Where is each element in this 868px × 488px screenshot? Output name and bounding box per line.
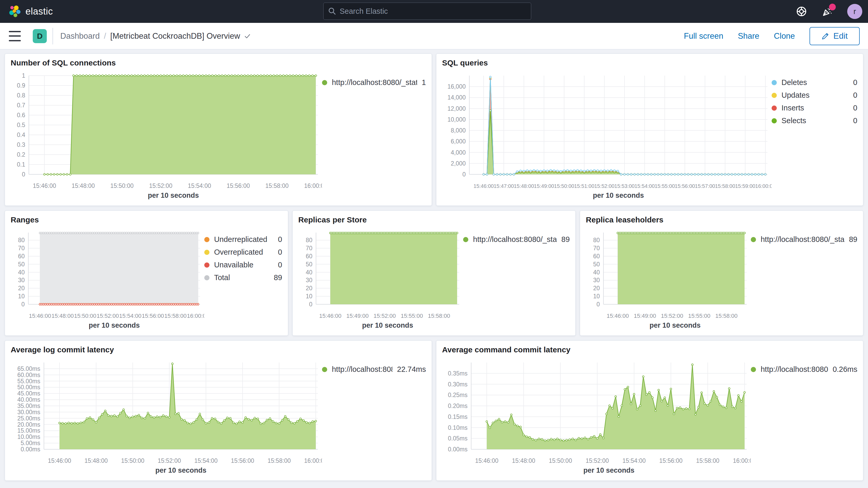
svg-text:15:50:00: 15:50:00 (74, 313, 96, 319)
svg-text:16:00:00: 16:00:00 (755, 183, 772, 189)
svg-text:15:54:00: 15:54:00 (634, 183, 655, 189)
chart-legend: http://localhost:8080/_stat...1 (322, 70, 426, 204)
legend-dot (463, 237, 468, 242)
svg-text:60: 60 (593, 253, 600, 260)
svg-text:0.7: 0.7 (17, 102, 25, 109)
page-title[interactable]: [Metricbeat CockroachDB] Overview (110, 31, 251, 41)
legend-item[interactable]: Underreplicated0 (204, 235, 282, 244)
legend-label: Inserts (781, 104, 804, 112)
svg-text:15:58:00: 15:58:00 (715, 313, 738, 319)
svg-text:15:52:00: 15:52:00 (97, 313, 119, 319)
svg-text:per 10 seconds: per 10 seconds (593, 191, 644, 199)
panel-title: Average command commit latency (442, 345, 857, 357)
svg-text:40.00ms: 40.00ms (18, 396, 40, 403)
svg-text:15:58:00: 15:58:00 (428, 313, 450, 319)
panel-number-of-sql-connections: Number of SQL connections 10.90.80.70.60… (5, 54, 432, 206)
legend-item[interactable]: Updates0 (772, 91, 857, 99)
svg-text:50: 50 (18, 261, 25, 268)
help-button[interactable] (795, 5, 808, 18)
legend-item[interactable]: Deletes0 (772, 78, 857, 87)
legend-value: 89 (274, 273, 282, 282)
svg-text:0.25ms: 0.25ms (448, 392, 467, 398)
elastic-brand[interactable]: elastic (8, 5, 53, 18)
chart-canvas: 16,00014,00012,00010,0008,0006,0004,0002… (442, 70, 772, 204)
svg-text:0: 0 (22, 171, 25, 178)
legend-dot (204, 250, 210, 255)
svg-text:15:56:00: 15:56:00 (142, 313, 164, 319)
legend-value: 1 (422, 78, 426, 87)
breadcrumb-dashboard-link[interactable]: Dashboard (60, 31, 100, 41)
panel-title: Ranges (11, 215, 282, 227)
svg-text:15:56:00: 15:56:00 (659, 457, 683, 464)
svg-text:per 10 seconds: per 10 seconds (148, 191, 199, 199)
chart-canvas: 10.90.80.70.60.50.40.30.20.1015:46:0015:… (11, 70, 322, 204)
legend-item[interactable]: Unavailable0 (204, 261, 282, 269)
global-search[interactable] (323, 3, 531, 20)
legend-dot (772, 80, 777, 85)
svg-text:15:50:00: 15:50:00 (554, 183, 574, 189)
svg-text:15:49:00: 15:49:00 (346, 313, 369, 319)
share-button[interactable]: Share (738, 31, 760, 41)
svg-text:0.30ms: 0.30ms (448, 381, 467, 388)
chart-legend: Deletes0Updates0Inserts0Selects0 (772, 70, 857, 204)
svg-text:16,000: 16,000 (447, 83, 466, 90)
svg-text:70: 70 (18, 245, 25, 251)
svg-text:0.8: 0.8 (17, 92, 25, 99)
svg-text:15:54:00: 15:54:00 (119, 313, 142, 319)
panel-average-command-commit-latency: Average command commit latency 0.35ms0.3… (436, 340, 863, 481)
chart-canvas: 8070605040302010015:46:0015:49:0015:52:0… (298, 227, 463, 333)
svg-text:20.00ms: 20.00ms (18, 421, 40, 428)
legend-item[interactable]: http://localhost:8080...0.26ms (751, 365, 857, 374)
legend-item[interactable]: Selects0 (772, 116, 857, 125)
legend-item[interactable]: http://localhost:808...22.74ms (322, 365, 426, 374)
svg-text:15:48:00: 15:48:00 (85, 457, 108, 464)
chart-legend: Underreplicated0Overreplicated0Unavailab… (204, 227, 282, 333)
svg-text:65.00ms: 65.00ms (18, 365, 40, 372)
svg-text:15:54:00: 15:54:00 (188, 182, 211, 189)
svg-text:0.20ms: 0.20ms (448, 402, 467, 409)
edit-button[interactable]: Edit (809, 27, 860, 45)
svg-text:30: 30 (593, 277, 600, 283)
chart-legend: http://localhost:808...22.74ms (322, 357, 426, 478)
svg-text:15:46:00: 15:46:00 (48, 457, 71, 464)
legend-dot (322, 80, 327, 85)
full-screen-button[interactable]: Full screen (684, 31, 723, 41)
svg-text:15:58:00: 15:58:00 (164, 313, 187, 319)
legend-item[interactable]: http://localhost:8080/_stat...1 (322, 78, 426, 87)
dashboard-grid: Number of SQL connections 10.90.80.70.60… (0, 49, 868, 485)
timeseries-chart: 65.00ms60.00ms55.00ms50.00ms45.00ms40.00… (11, 357, 322, 478)
svg-text:30.00ms: 30.00ms (18, 409, 40, 416)
news-button[interactable] (821, 5, 834, 18)
legend-dot (204, 275, 210, 280)
legend-item[interactable]: Inserts0 (772, 104, 857, 112)
legend-item[interactable]: http://localhost:8080/_sta...89 (751, 235, 857, 244)
legend-dot (204, 237, 210, 242)
svg-text:16:00:00: 16:00:00 (733, 457, 751, 464)
svg-text:4,000: 4,000 (451, 149, 466, 156)
legend-item[interactable]: http://localhost:8080/_sta...89 (463, 235, 570, 244)
legend-item[interactable]: Total89 (204, 273, 282, 282)
legend-label: Updates (781, 91, 809, 99)
legend-label: http://localhost:8080... (761, 365, 828, 374)
menu-button[interactable] (9, 31, 21, 41)
svg-text:20: 20 (18, 285, 25, 292)
pencil-icon (822, 32, 829, 40)
legend-item[interactable]: Overreplicated0 (204, 248, 282, 256)
svg-text:40: 40 (593, 269, 600, 276)
chart-canvas: 0.35ms0.30ms0.25ms0.20ms0.15ms0.10ms0.05… (442, 357, 751, 478)
svg-text:0.10ms: 0.10ms (448, 424, 467, 431)
legend-value: 0.26ms (833, 365, 857, 374)
clone-button[interactable]: Clone (774, 31, 795, 41)
svg-text:80: 80 (593, 237, 600, 243)
panel-ranges: Ranges 8070605040302010015:46:0015:48:00… (5, 211, 288, 336)
user-avatar[interactable]: r (847, 4, 862, 19)
search-input[interactable] (340, 7, 526, 16)
timeseries-chart: 8070605040302010015:46:0015:49:0015:52:0… (298, 227, 463, 333)
svg-text:15:52:00: 15:52:00 (158, 457, 181, 464)
svg-text:15:50:00: 15:50:00 (111, 182, 134, 189)
chart-legend: http://localhost:8080...0.26ms (751, 357, 857, 478)
edit-button-label: Edit (833, 31, 848, 41)
chart-canvas: 8070605040302010015:46:0015:49:0015:52:0… (586, 227, 751, 333)
svg-text:15:58:00: 15:58:00 (696, 457, 720, 464)
brand-name: elastic (26, 6, 53, 17)
